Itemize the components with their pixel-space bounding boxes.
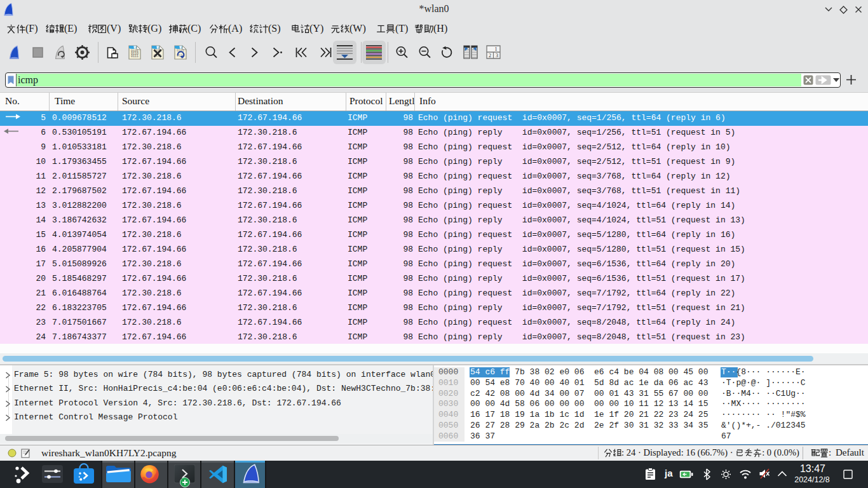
svg-text:1: 1 [495, 46, 498, 52]
svg-text:2: 2 [489, 53, 491, 58]
svg-text:3: 3 [496, 53, 498, 58]
svg-text:0111: 0111 [131, 55, 139, 58]
